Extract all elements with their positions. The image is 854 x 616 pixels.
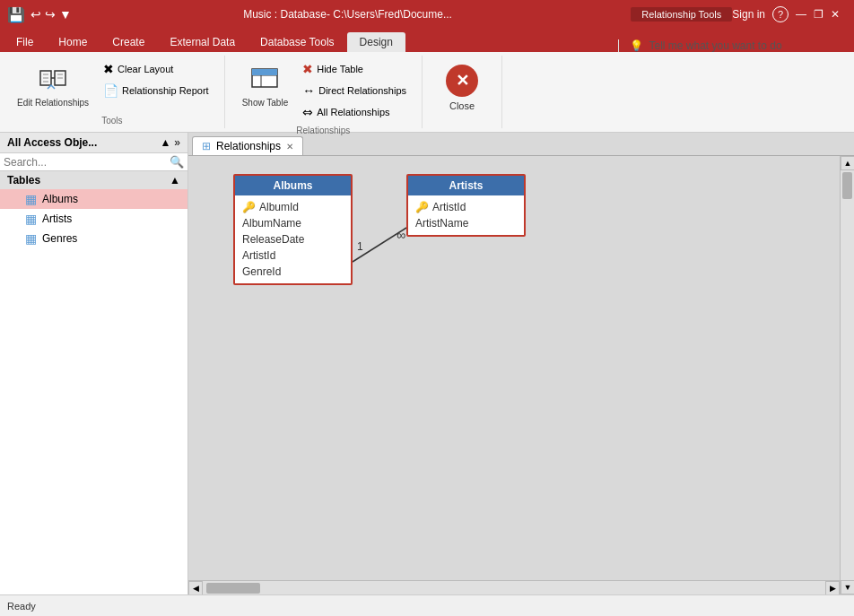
tables-collapse-icon: ▲ (170, 174, 180, 187)
scroll-down-btn[interactable]: ▼ (841, 580, 854, 594)
relationship-canvas[interactable]: 1 ∞ Albums 🔑 AlbumId A (188, 156, 840, 580)
tab-database-tools[interactable]: Database Tools (248, 32, 347, 52)
sidebar-item-albums[interactable]: ▦ Albums (0, 189, 187, 209)
title-area: Music : Database- C:\Users\Fred\Docume..… (72, 7, 732, 22)
close-window-btn[interactable]: ✕ (831, 8, 840, 21)
redo-btn[interactable]: ↪ (45, 7, 56, 22)
scroll-right-btn[interactable]: ▶ (825, 581, 840, 595)
clear-layout-label: Clear Layout (118, 64, 173, 74)
h-scrollbar-thumb[interactable] (206, 583, 260, 594)
sign-in-area: Sign in ? — ❐ ✕ (732, 6, 847, 22)
artists-table[interactable]: Artists 🔑 ArtistId ArtistName (406, 174, 526, 237)
tables-label: Tables (7, 174, 40, 187)
all-relationships-btn[interactable]: ⇔ All Relationships (298, 102, 411, 122)
contextual-label: Relationship Tools (631, 7, 732, 22)
tab-close-btn[interactable]: ✕ (286, 142, 293, 152)
sidebar-search[interactable]: 🔍 (0, 153, 187, 171)
albums-field-albumname: AlbumName (235, 215, 351, 231)
genreid-label: GenreId (242, 265, 281, 278)
svg-line-12 (353, 228, 406, 262)
minimize-btn[interactable]: — (796, 8, 806, 21)
sidebar-collapse-btn[interactable]: ▲ (160, 136, 170, 149)
ribbon: Edit Relationships ✖ Clear Layout 📄 Rela… (0, 52, 854, 133)
tools-group-label: Tools (101, 112, 122, 126)
undo-btn[interactable]: ↩ (30, 7, 41, 22)
search-icon: 🔍 (170, 155, 184, 169)
sidebar-item-genres-label: Genres (42, 232, 77, 245)
close-btn[interactable]: ✕ Close (433, 59, 491, 117)
tools-small-group: ✖ Clear Layout 📄 Relationship Report (99, 59, 214, 100)
main-area: All Access Obje... ▲ » 🔍 Tables ▲ ▦ Albu… (0, 133, 854, 594)
content-area: ⊞ Relationships ✕ 1 (188, 133, 854, 594)
albums-field-artistid: ArtistId (235, 247, 351, 264)
tell-me-bar[interactable]: 💡 Tell me what you want to do (618, 39, 854, 52)
table-icon-albums: ▦ (25, 192, 37, 206)
relationship-report-btn[interactable]: 📄 Relationship Report (99, 81, 214, 100)
tab-home[interactable]: Home (46, 32, 100, 52)
quick-access-dropdown[interactable]: ▼ (59, 7, 72, 22)
all-relationships-label: All Relationships (317, 107, 389, 117)
show-table-label: Show Table (242, 98, 289, 108)
sidebar-header: All Access Obje... ▲ » (0, 133, 187, 153)
tab-design[interactable]: Design (347, 32, 405, 52)
table-icon-artists: ▦ (25, 212, 37, 226)
ribbon-group-close: ✕ Close (423, 56, 502, 128)
scroll-up-btn[interactable]: ▲ (841, 156, 854, 170)
show-table-btn[interactable]: Show Table (236, 59, 295, 112)
show-table-icon (250, 64, 279, 96)
tab-rel-icon: ⊞ (202, 140, 211, 152)
sidebar-title: All Access Obje... (7, 136, 97, 149)
tab-strip: ⊞ Relationships ✕ (188, 133, 854, 156)
svg-text:∞: ∞ (396, 228, 405, 242)
h-scrollbar[interactable]: ◀ ▶ (188, 580, 840, 594)
sidebar-item-artists[interactable]: ▦ Artists (0, 209, 187, 229)
sidebar-item-genres[interactable]: ▦ Genres (0, 229, 187, 248)
releasedate-label: ReleaseDate (242, 233, 304, 246)
direct-relationships-icon: ↔ (302, 83, 315, 98)
tab-external-data[interactable]: External Data (157, 32, 248, 52)
direct-relationships-btn[interactable]: ↔ Direct Relationships (298, 81, 411, 100)
artists-table-header: Artists (408, 176, 524, 195)
hide-table-label: Hide Table (317, 64, 363, 74)
relationship-report-icon: 📄 (103, 83, 118, 98)
sidebar-header-btns[interactable]: ▲ » (160, 136, 180, 149)
v-scrollbar-thumb[interactable] (842, 172, 852, 199)
artistid2-label: ArtistId (432, 201, 466, 213)
artists-field-artistid: 🔑 ArtistId (408, 199, 524, 215)
status-bar: Ready (0, 594, 854, 616)
edit-relationships-btn[interactable]: Edit Relationships (11, 59, 95, 112)
albums-field-genreid: GenreId (235, 264, 351, 280)
sign-in-btn[interactable]: Sign in (732, 8, 765, 21)
albums-table[interactable]: Albums 🔑 AlbumId AlbumName ReleaseDate (233, 174, 353, 285)
sidebar-options-btn[interactable]: » (174, 136, 180, 149)
quick-access[interactable]: ↩ ↪ ▼ (30, 7, 72, 22)
maximize-btn[interactable]: ❐ (814, 8, 824, 21)
relationships-content: Show Table ✖ Hide Table ↔ Direct Relatio… (236, 59, 411, 122)
tab-file[interactable]: File (4, 32, 46, 52)
canvas-container: 1 ∞ Albums 🔑 AlbumId A (188, 156, 854, 594)
tab-create[interactable]: Create (100, 32, 157, 52)
title-bar: 💾 ↩ ↪ ▼ Music : Database- C:\Users\Fred\… (0, 0, 854, 29)
svg-rect-11 (252, 69, 277, 75)
scroll-left-btn[interactable]: ◀ (188, 581, 203, 595)
tools-content: Edit Relationships ✖ Clear Layout 📄 Rela… (11, 59, 214, 112)
search-input[interactable] (4, 156, 170, 169)
relationships-tab[interactable]: ⊞ Relationships ✕ (192, 136, 303, 155)
v-scrollbar[interactable]: ▲ ▼ (840, 156, 854, 594)
rel-small-group: ✖ Hide Table ↔ Direct Relationships ⇔ Al… (298, 59, 411, 122)
ribbon-group-relationships: Show Table ✖ Hide Table ↔ Direct Relatio… (225, 56, 423, 128)
albumid-label: AlbumId (259, 201, 299, 213)
ribbon-group-tools: Edit Relationships ✖ Clear Layout 📄 Rela… (0, 56, 225, 128)
all-relationships-icon: ⇔ (302, 105, 313, 119)
sidebar-item-artists-label: Artists (42, 213, 72, 225)
help-btn[interactable]: ? (772, 6, 789, 22)
hide-table-btn[interactable]: ✖ Hide Table (298, 59, 411, 79)
edit-relationships-icon (39, 64, 67, 96)
relationships-group-label: Relationships (296, 122, 350, 135)
artists-field-artistname: ArtistName (408, 215, 524, 231)
clear-layout-btn[interactable]: ✖ Clear Layout (99, 59, 214, 79)
table-icon-genres: ▦ (25, 231, 37, 246)
tables-section-header[interactable]: Tables ▲ (0, 171, 187, 189)
artists-table-body: 🔑 ArtistId ArtistName (408, 195, 524, 235)
close-label: Close (449, 100, 475, 111)
